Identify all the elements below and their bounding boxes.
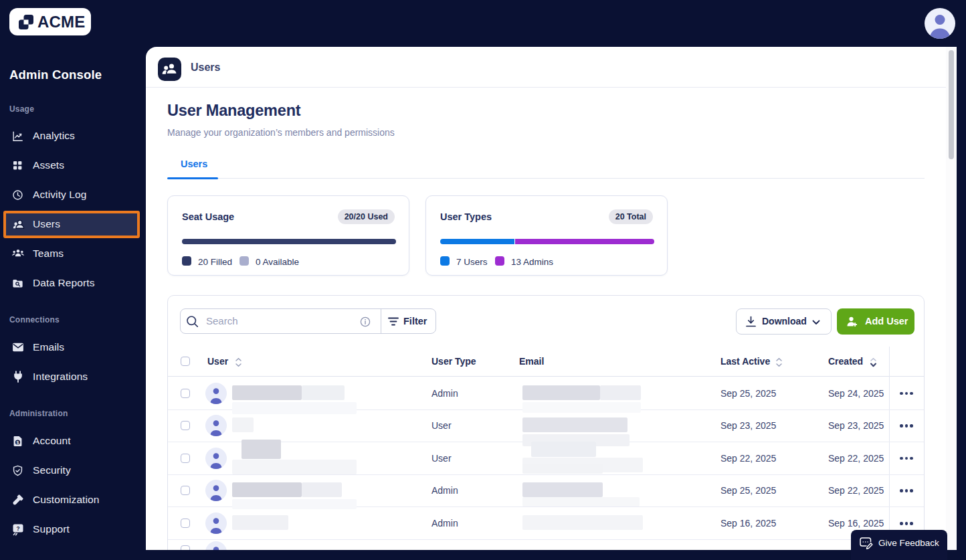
svg-text:$: $: [17, 440, 19, 445]
svg-text:?: ?: [16, 525, 19, 532]
